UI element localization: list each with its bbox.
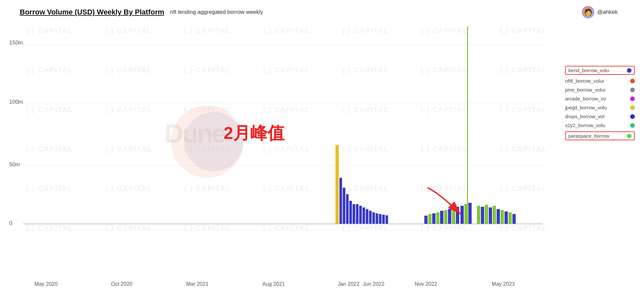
legend-dot-nftfi <box>630 79 635 83</box>
legend-item-arcade[interactable]: arcade_borrow_vo <box>565 96 635 101</box>
bar-bend-15 <box>385 215 388 224</box>
legend-item-paraspace[interactable]: paraspace_borrow <box>565 131 635 140</box>
bar-bend-may1 <box>481 207 484 224</box>
header: Borrow Volume (USD) Weekly By Platform n… <box>20 6 618 18</box>
legend: bend_borrow_volu nftfi_borrow_volur pine… <box>565 66 635 140</box>
x-axis-label-oct2020: Oct 2020 <box>111 281 133 287</box>
bar-bend-7 <box>359 206 362 224</box>
bar-para-may4 <box>501 210 504 224</box>
legend-label-paraspace: paraspace_borrow <box>568 133 624 139</box>
legend-item-x2y2[interactable]: x2y2_borrow_volu <box>565 122 635 128</box>
chart-container: (.) CAPITAL (.) CAPITAL (.) CAPITAL (.) … <box>0 0 644 297</box>
bar-para-may2 <box>485 205 488 224</box>
bar-jpegd-peak <box>335 145 339 224</box>
legend-dot-pine <box>630 88 635 92</box>
x-axis-label-jun2022: Jun 2022 <box>363 281 384 287</box>
bar-para-may1 <box>477 206 480 224</box>
legend-label-drops: drops_borrow_vol <box>565 114 621 119</box>
legend-dot-jpegd <box>630 105 635 110</box>
bar-bend-may5 <box>512 214 516 224</box>
bar-bend-13 <box>379 214 382 224</box>
bar-bend-11 <box>372 212 375 224</box>
legend-dot-drops <box>630 114 635 119</box>
bar-bend-5 <box>353 204 355 224</box>
legend-item-pine[interactable]: pine_borrow_volur <box>565 87 635 93</box>
y-axis-label-0: 0 <box>9 220 12 227</box>
legend-item-drops[interactable]: drops_borrow_vol <box>565 114 635 119</box>
bar-bend-may2 <box>489 207 492 224</box>
legend-item-jpegd[interactable]: jpegd_borrow_volu <box>565 105 635 110</box>
legend-label-x2y2: x2y2_borrow_volu <box>565 122 621 128</box>
x-axis-label-aug2021: Aug 2021 <box>262 281 285 287</box>
x-axis-label-jan2022: Jan 2022 <box>338 281 359 287</box>
bar-bend-6 <box>356 204 359 224</box>
avatar: 🧑 <box>582 6 594 18</box>
y-axis-label-150m: 150m <box>9 40 23 46</box>
x-axis-label-mar2021: Mar 2021 <box>186 281 209 287</box>
bar-para-may3 <box>493 206 496 224</box>
legend-item-bend[interactable]: bend_borrow_volu <box>565 66 635 75</box>
bar-bend-1 <box>339 178 342 224</box>
annotation-text: 2月峰值 <box>224 122 285 145</box>
legend-label-pine: pine_borrow_volur <box>565 87 621 93</box>
user-badge: 🧑 @ahkek <box>582 6 618 18</box>
chart-subtitle: nft lending aggregated borrow weekly <box>170 9 263 15</box>
chart-title: Borrow Volume (USD) Weekly By Platform <box>20 8 164 16</box>
bar-bend-4 <box>349 201 352 224</box>
legend-label-bend: bend_borrow_volu <box>568 68 624 73</box>
bar-bend-may3 <box>497 209 500 224</box>
annotation-arrow <box>421 184 474 224</box>
legend-label-nftfi: nftfi_borrow_volur <box>565 78 621 84</box>
bar-bend-3 <box>346 194 349 224</box>
bar-bend-9 <box>366 209 368 224</box>
x-axis-label-may2020: May 2020 <box>35 281 58 287</box>
bar-para-may5 <box>508 212 512 224</box>
legend-label-jpegd: jpegd_borrow_volu <box>565 105 621 110</box>
legend-item-nftfi[interactable]: nftfi_borrow_volur <box>565 78 635 84</box>
legend-dot-x2y2 <box>630 123 635 128</box>
y-axis-label-50m: 50m <box>9 161 20 168</box>
bar-bend-2 <box>343 188 345 224</box>
legend-label-arcade: arcade_borrow_vo <box>565 96 621 101</box>
x-axis-label-nov2022: Nov 2022 <box>415 281 437 287</box>
legend-dot-paraspace <box>627 134 632 138</box>
bar-bend-12 <box>376 213 378 224</box>
bar-bend-10 <box>369 211 372 224</box>
bar-bend-8 <box>362 207 365 224</box>
legend-dot-arcade <box>630 96 635 101</box>
x-axis-label-may2023: May 2023 <box>492 281 515 287</box>
legend-dot-bend <box>627 68 632 73</box>
bar-bend-14 <box>382 215 385 224</box>
bar-bend-may4 <box>505 211 508 224</box>
username: @ahkek <box>597 9 618 15</box>
y-axis-label-100m: 100m <box>9 99 23 105</box>
header-left: Borrow Volume (USD) Weekly By Platform n… <box>20 8 263 16</box>
